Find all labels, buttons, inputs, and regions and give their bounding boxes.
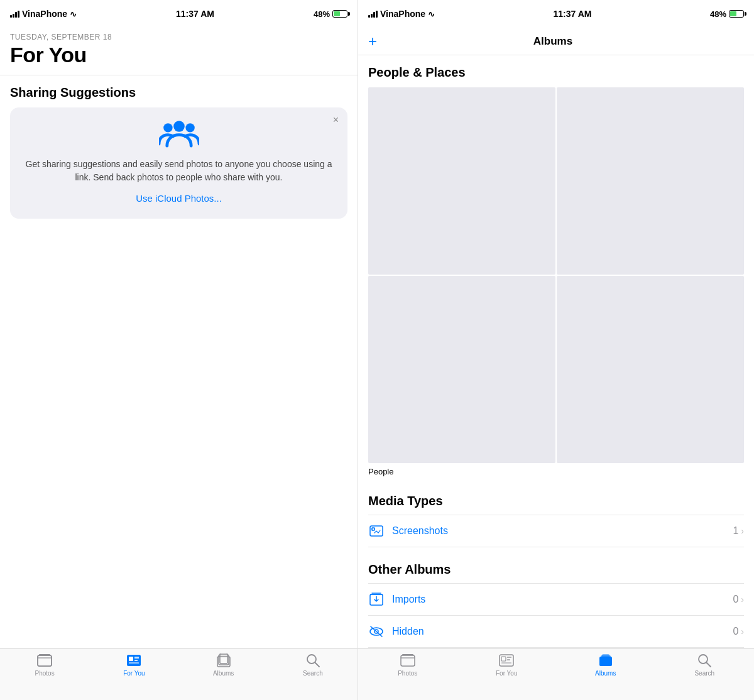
tab-photos-right[interactable]: Photos — [358, 654, 457, 677]
battery-fill — [334, 11, 340, 16]
albums-title: Albums — [533, 35, 572, 48]
tab-label-search-left: Search — [303, 670, 323, 677]
left-carrier-label: VinaPhone — [22, 9, 67, 19]
people-cell-4[interactable] — [557, 276, 744, 463]
wifi-icon: ∿ — [70, 9, 77, 19]
svg-rect-3 — [38, 655, 52, 666]
list-item-imports[interactable]: Imports 0 › — [368, 584, 744, 616]
tab-label-albums-right: Albums — [595, 670, 616, 677]
tab-albums-left[interactable]: Albums — [179, 654, 268, 677]
people-label: People — [368, 467, 744, 476]
right-status-carrier-wifi: VinaPhone ∿ — [368, 9, 435, 19]
imports-chevron: › — [741, 594, 744, 604]
right-battery-percent: 48% — [710, 9, 726, 19]
media-types-heading: Media Types — [368, 489, 744, 515]
albums-tab-icon-right — [598, 654, 614, 667]
screenshots-icon — [368, 524, 385, 538]
screenshots-count: 1 — [733, 525, 738, 537]
list-item-screenshots-left: Screenshots — [368, 524, 448, 538]
right-battery: 48% — [710, 9, 744, 19]
right-panel: VinaPhone ∿ 11:37 AM 48% + Albums People… — [358, 0, 754, 700]
people-cell-3[interactable] — [368, 276, 555, 463]
list-item-screenshots[interactable]: Screenshots 1 › — [368, 515, 744, 547]
tab-label-foryou-left: For You — [123, 670, 145, 677]
tab-photos-left[interactable]: Photos — [0, 654, 89, 677]
signal-bar-3 — [15, 12, 17, 18]
svg-point-2 — [173, 121, 185, 132]
people-places-heading: People & Places — [368, 65, 744, 80]
list-item-hidden[interactable]: Hidden 0 › — [368, 616, 744, 648]
card-close-button[interactable]: × — [333, 115, 339, 125]
left-header: TUESDAY, SEPTEMBER 18 For You — [0, 28, 358, 75]
other-albums-heading: Other Albums — [368, 557, 744, 583]
imports-label: Imports — [392, 594, 425, 605]
icloud-link[interactable]: Use iCloud Photos... — [20, 193, 337, 204]
add-album-button[interactable]: + — [368, 34, 377, 49]
people-places-section: People & Places People — [358, 55, 754, 476]
suggestion-card: × Get sharing suggestions and easily sen… — [10, 107, 347, 219]
left-battery-percent: 48% — [314, 9, 330, 19]
search-tab-icon-left — [305, 654, 321, 667]
left-battery: 48% — [314, 9, 347, 19]
svg-line-43 — [707, 663, 711, 667]
tab-albums-right[interactable]: Albums — [556, 654, 655, 677]
tab-foryou-right[interactable]: For You — [457, 654, 557, 677]
imports-icon — [368, 593, 385, 606]
other-albums-section: Other Albums Imports — [358, 557, 754, 648]
left-panel: VinaPhone ∿ 11:37 AM 48% TUESDAY, SEPTEM… — [0, 0, 358, 700]
search-tab-icon-right — [696, 654, 713, 667]
imports-left: Imports — [368, 593, 425, 606]
svg-rect-10 — [134, 660, 138, 661]
left-status-carrier-wifi: VinaPhone ∿ — [10, 9, 77, 19]
card-description: Get sharing suggestions and easily send … — [20, 158, 337, 184]
right-battery-fill — [730, 11, 736, 16]
foryou-tab-icon-right — [498, 654, 515, 667]
signal-bars-icon — [10, 10, 19, 18]
signal-bar-2 — [13, 14, 14, 18]
svg-rect-11 — [129, 662, 139, 664]
right-signal-bar-3 — [373, 12, 375, 18]
tab-foryou-left[interactable]: For You — [89, 654, 178, 677]
screenshots-count-right: 1 › — [733, 525, 744, 537]
svg-rect-41 — [602, 654, 609, 664]
albums-tab-icon-left — [216, 654, 232, 667]
hidden-chevron: › — [741, 626, 744, 637]
tab-label-foryou-right: For You — [496, 670, 517, 677]
svg-rect-31 — [401, 655, 415, 666]
svg-rect-36 — [507, 657, 511, 658]
left-status-bar: VinaPhone ∿ 11:37 AM 48% — [0, 0, 358, 28]
battery-icon — [332, 10, 347, 18]
date-label: TUESDAY, SEPTEMBER 18 — [10, 33, 347, 41]
people-cell-1[interactable] — [368, 87, 555, 275]
svg-rect-19 — [372, 528, 374, 530]
signal-bar-4 — [18, 11, 19, 18]
tab-search-left[interactable]: Search — [268, 654, 358, 677]
svg-point-0 — [163, 123, 172, 132]
svg-rect-35 — [501, 657, 506, 661]
tab-label-photos-right: Photos — [398, 670, 417, 677]
right-tab-bar: Photos For You — [358, 648, 754, 700]
screenshots-chevron: › — [741, 526, 744, 536]
people-sharing-icon — [159, 120, 199, 148]
photos-tab-icon — [36, 654, 53, 667]
tab-label-search-right: Search — [694, 670, 714, 677]
right-signal-bars-icon — [368, 10, 378, 18]
people-cell-2[interactable] — [557, 87, 744, 275]
svg-rect-9 — [134, 657, 139, 659]
media-types-section: Media Types Screenshots — [358, 489, 754, 547]
right-carrier-label: VinaPhone — [380, 9, 425, 19]
people-places-grid — [368, 87, 744, 463]
sharing-suggestions-heading: Sharing Suggestions — [10, 85, 347, 100]
right-status-bar: VinaPhone ∿ 11:37 AM 48% — [358, 0, 754, 28]
hidden-count: 0 — [733, 626, 738, 637]
people-icon-group — [20, 120, 337, 148]
signal-bar-1 — [10, 15, 12, 18]
right-signal-bar-2 — [371, 14, 373, 18]
photos-tab-icon-right — [400, 654, 416, 667]
svg-rect-38 — [501, 662, 511, 664]
svg-rect-5 — [39, 654, 50, 655]
right-header: + Albums — [358, 28, 754, 55]
hidden-count-right: 0 › — [733, 626, 744, 637]
hidden-icon — [368, 625, 385, 638]
tab-search-right[interactable]: Search — [655, 654, 755, 677]
